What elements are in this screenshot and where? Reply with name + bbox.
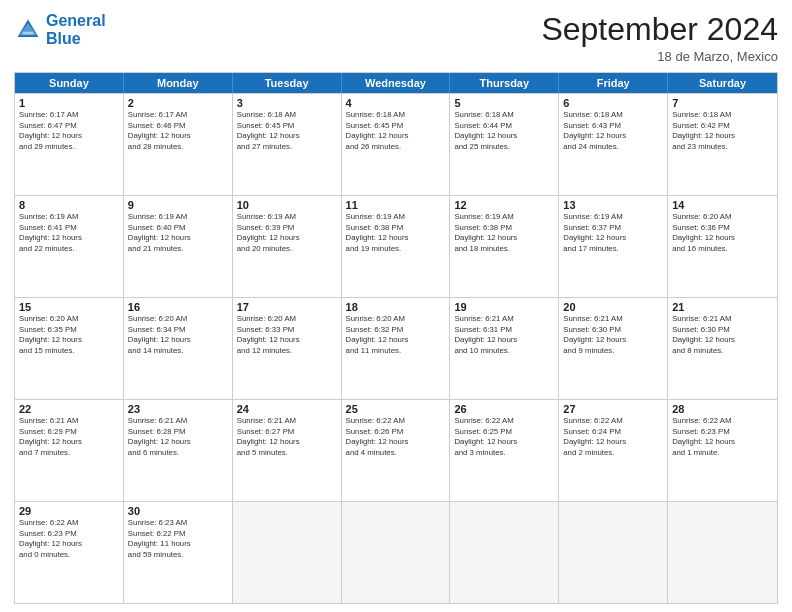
cell-text: Sunrise: 6:19 AMSunset: 6:39 PMDaylight:…: [237, 212, 337, 254]
cal-cell-5: 5Sunrise: 6:18 AMSunset: 6:44 PMDaylight…: [450, 94, 559, 195]
cal-cell-29: 29Sunrise: 6:22 AMSunset: 6:23 PMDayligh…: [15, 502, 124, 603]
day-num: 6: [563, 97, 663, 109]
cell-text: Sunrise: 6:21 AMSunset: 6:30 PMDaylight:…: [672, 314, 773, 356]
cell-text: Sunrise: 6:19 AMSunset: 6:38 PMDaylight:…: [454, 212, 554, 254]
day-num: 24: [237, 403, 337, 415]
cell-text: Sunrise: 6:22 AMSunset: 6:25 PMDaylight:…: [454, 416, 554, 458]
header-day-sunday: Sunday: [15, 73, 124, 93]
cell-text: Sunrise: 6:19 AMSunset: 6:41 PMDaylight:…: [19, 212, 119, 254]
day-num: 28: [672, 403, 773, 415]
calendar-subtitle: 18 de Marzo, Mexico: [541, 49, 778, 64]
day-num: 23: [128, 403, 228, 415]
cell-text: Sunrise: 6:17 AMSunset: 6:46 PMDaylight:…: [128, 110, 228, 152]
cal-cell-24: 24Sunrise: 6:21 AMSunset: 6:27 PMDayligh…: [233, 400, 342, 501]
cell-text: Sunrise: 6:18 AMSunset: 6:45 PMDaylight:…: [346, 110, 446, 152]
day-num: 15: [19, 301, 119, 313]
day-num: 29: [19, 505, 119, 517]
cell-text: Sunrise: 6:22 AMSunset: 6:23 PMDaylight:…: [672, 416, 773, 458]
calendar-row-1: 8Sunrise: 6:19 AMSunset: 6:41 PMDaylight…: [15, 195, 777, 297]
calendar-row-4: 29Sunrise: 6:22 AMSunset: 6:23 PMDayligh…: [15, 501, 777, 603]
day-num: 30: [128, 505, 228, 517]
cal-cell-12: 12Sunrise: 6:19 AMSunset: 6:38 PMDayligh…: [450, 196, 559, 297]
header-day-wednesday: Wednesday: [342, 73, 451, 93]
header-day-saturday: Saturday: [668, 73, 777, 93]
day-num: 19: [454, 301, 554, 313]
svg-rect-2: [23, 31, 34, 34]
cell-text: Sunrise: 6:19 AMSunset: 6:38 PMDaylight:…: [346, 212, 446, 254]
day-num: 12: [454, 199, 554, 211]
cell-text: Sunrise: 6:22 AMSunset: 6:26 PMDaylight:…: [346, 416, 446, 458]
cell-text: Sunrise: 6:17 AMSunset: 6:47 PMDaylight:…: [19, 110, 119, 152]
day-num: 20: [563, 301, 663, 313]
day-num: 25: [346, 403, 446, 415]
cell-text: Sunrise: 6:21 AMSunset: 6:29 PMDaylight:…: [19, 416, 119, 458]
cal-cell-2: 2Sunrise: 6:17 AMSunset: 6:46 PMDaylight…: [124, 94, 233, 195]
cell-text: Sunrise: 6:22 AMSunset: 6:24 PMDaylight:…: [563, 416, 663, 458]
day-num: 16: [128, 301, 228, 313]
day-num: 11: [346, 199, 446, 211]
calendar-row-3: 22Sunrise: 6:21 AMSunset: 6:29 PMDayligh…: [15, 399, 777, 501]
cell-text: Sunrise: 6:23 AMSunset: 6:22 PMDaylight:…: [128, 518, 228, 560]
cal-cell-28: 28Sunrise: 6:22 AMSunset: 6:23 PMDayligh…: [668, 400, 777, 501]
cal-cell-25: 25Sunrise: 6:22 AMSunset: 6:26 PMDayligh…: [342, 400, 451, 501]
calendar-page: General Blue September 2024 18 de Marzo,…: [0, 0, 792, 612]
cal-cell-10: 10Sunrise: 6:19 AMSunset: 6:39 PMDayligh…: [233, 196, 342, 297]
calendar-header: SundayMondayTuesdayWednesdayThursdayFrid…: [15, 73, 777, 93]
day-num: 7: [672, 97, 773, 109]
cal-cell-22: 22Sunrise: 6:21 AMSunset: 6:29 PMDayligh…: [15, 400, 124, 501]
cal-cell-27: 27Sunrise: 6:22 AMSunset: 6:24 PMDayligh…: [559, 400, 668, 501]
cal-cell-19: 19Sunrise: 6:21 AMSunset: 6:31 PMDayligh…: [450, 298, 559, 399]
header-day-tuesday: Tuesday: [233, 73, 342, 93]
cal-cell-21: 21Sunrise: 6:21 AMSunset: 6:30 PMDayligh…: [668, 298, 777, 399]
header-day-monday: Monday: [124, 73, 233, 93]
cell-text: Sunrise: 6:21 AMSunset: 6:30 PMDaylight:…: [563, 314, 663, 356]
cal-cell-empty-w3c5: [559, 502, 668, 603]
cell-text: Sunrise: 6:20 AMSunset: 6:33 PMDaylight:…: [237, 314, 337, 356]
calendar-row-0: 1Sunrise: 6:17 AMSunset: 6:47 PMDaylight…: [15, 93, 777, 195]
logo: General Blue: [14, 12, 106, 47]
logo-icon: [14, 16, 42, 44]
cell-text: Sunrise: 6:20 AMSunset: 6:36 PMDaylight:…: [672, 212, 773, 254]
cal-cell-empty-w3c4: [450, 502, 559, 603]
cell-text: Sunrise: 6:20 AMSunset: 6:35 PMDaylight:…: [19, 314, 119, 356]
day-num: 9: [128, 199, 228, 211]
calendar: SundayMondayTuesdayWednesdayThursdayFrid…: [14, 72, 778, 604]
cal-cell-empty-w3c3: [342, 502, 451, 603]
calendar-body: 1Sunrise: 6:17 AMSunset: 6:47 PMDaylight…: [15, 93, 777, 603]
logo-text: General Blue: [46, 12, 106, 47]
cal-cell-30: 30Sunrise: 6:23 AMSunset: 6:22 PMDayligh…: [124, 502, 233, 603]
day-num: 5: [454, 97, 554, 109]
cal-cell-17: 17Sunrise: 6:20 AMSunset: 6:33 PMDayligh…: [233, 298, 342, 399]
cal-cell-1: 1Sunrise: 6:17 AMSunset: 6:47 PMDaylight…: [15, 94, 124, 195]
cell-text: Sunrise: 6:19 AMSunset: 6:40 PMDaylight:…: [128, 212, 228, 254]
cal-cell-15: 15Sunrise: 6:20 AMSunset: 6:35 PMDayligh…: [15, 298, 124, 399]
cal-cell-13: 13Sunrise: 6:19 AMSunset: 6:37 PMDayligh…: [559, 196, 668, 297]
cell-text: Sunrise: 6:18 AMSunset: 6:43 PMDaylight:…: [563, 110, 663, 152]
calendar-title: September 2024: [541, 12, 778, 47]
header-day-friday: Friday: [559, 73, 668, 93]
cal-cell-11: 11Sunrise: 6:19 AMSunset: 6:38 PMDayligh…: [342, 196, 451, 297]
cal-cell-9: 9Sunrise: 6:19 AMSunset: 6:40 PMDaylight…: [124, 196, 233, 297]
day-num: 1: [19, 97, 119, 109]
day-num: 21: [672, 301, 773, 313]
cal-cell-empty-w3c2: [233, 502, 342, 603]
day-num: 18: [346, 301, 446, 313]
cal-cell-empty-w3c6: [668, 502, 777, 603]
cal-cell-18: 18Sunrise: 6:20 AMSunset: 6:32 PMDayligh…: [342, 298, 451, 399]
cell-text: Sunrise: 6:18 AMSunset: 6:45 PMDaylight:…: [237, 110, 337, 152]
cell-text: Sunrise: 6:18 AMSunset: 6:44 PMDaylight:…: [454, 110, 554, 152]
cell-text: Sunrise: 6:22 AMSunset: 6:23 PMDaylight:…: [19, 518, 119, 560]
cell-text: Sunrise: 6:21 AMSunset: 6:31 PMDaylight:…: [454, 314, 554, 356]
cell-text: Sunrise: 6:20 AMSunset: 6:32 PMDaylight:…: [346, 314, 446, 356]
cal-cell-4: 4Sunrise: 6:18 AMSunset: 6:45 PMDaylight…: [342, 94, 451, 195]
header: General Blue September 2024 18 de Marzo,…: [14, 12, 778, 64]
cal-cell-8: 8Sunrise: 6:19 AMSunset: 6:41 PMDaylight…: [15, 196, 124, 297]
cell-text: Sunrise: 6:21 AMSunset: 6:28 PMDaylight:…: [128, 416, 228, 458]
cell-text: Sunrise: 6:18 AMSunset: 6:42 PMDaylight:…: [672, 110, 773, 152]
day-num: 3: [237, 97, 337, 109]
cal-cell-23: 23Sunrise: 6:21 AMSunset: 6:28 PMDayligh…: [124, 400, 233, 501]
cal-cell-3: 3Sunrise: 6:18 AMSunset: 6:45 PMDaylight…: [233, 94, 342, 195]
day-num: 2: [128, 97, 228, 109]
cal-cell-7: 7Sunrise: 6:18 AMSunset: 6:42 PMDaylight…: [668, 94, 777, 195]
day-num: 17: [237, 301, 337, 313]
